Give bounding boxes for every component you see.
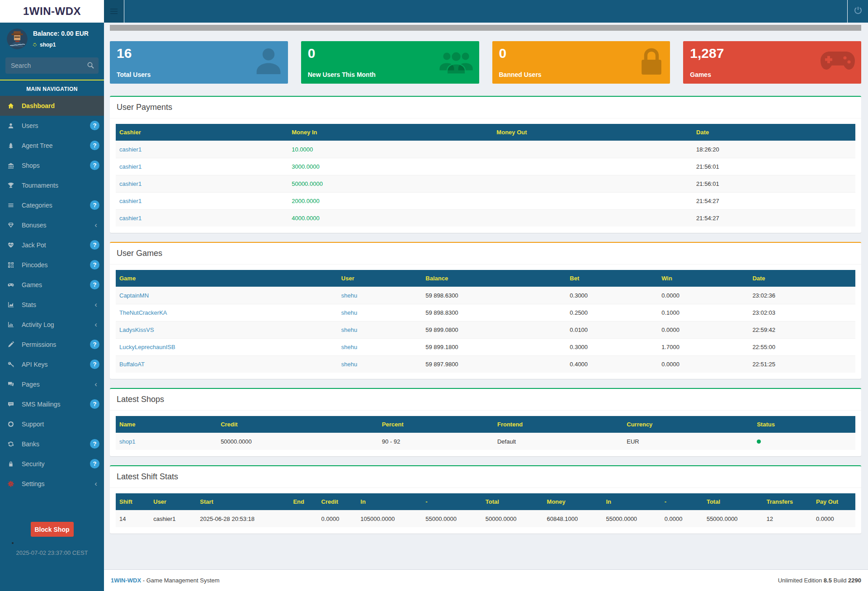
sidebar-item-bonuses[interactable]: Bonuses ‹: [0, 215, 104, 235]
sidebar-item-banks[interactable]: Banks ?: [0, 434, 104, 454]
help-badge[interactable]: ?: [90, 121, 99, 130]
search-input[interactable]: [5, 57, 99, 74]
chevron-left-icon: ‹: [94, 480, 97, 487]
user-link[interactable]: shehu: [341, 344, 357, 350]
latest-shift-stats-table: Shift User Start End Credit In - Total M…: [116, 493, 855, 527]
sidebar-item-label: Users: [22, 122, 38, 129]
user-link[interactable]: shehu: [341, 361, 357, 368]
sidebar-item-jack-pot[interactable]: Jack Pot ?: [0, 235, 104, 255]
user-icon: [255, 47, 283, 78]
table-row: 14 cashier1 2025-06-28 20:53:18 0.0000 1…: [116, 511, 855, 528]
logout-button[interactable]: [847, 0, 868, 23]
user-link[interactable]: shehu: [341, 326, 357, 333]
chevron-left-icon: ‹: [94, 301, 97, 308]
help-badge[interactable]: ?: [90, 399, 99, 409]
help-badge[interactable]: ?: [90, 200, 99, 210]
help-badge[interactable]: ?: [90, 439, 99, 449]
lock-icon: [638, 47, 665, 78]
win-cell: 0.0000: [658, 322, 749, 339]
list-bullet: [12, 542, 14, 544]
user-link[interactable]: shehu: [341, 309, 357, 316]
footer-brand-link[interactable]: 1WIN-WDX: [111, 577, 141, 584]
cashier-cell: cashier1: [116, 175, 288, 193]
table-header-row: Shift User Start End Credit In - Total M…: [116, 493, 855, 511]
help-badge[interactable]: ?: [90, 260, 99, 269]
stat-boxes: 16 Total Users 0 New Users This Month 0: [110, 41, 861, 84]
block-shop-button[interactable]: Block Shop: [31, 522, 74, 537]
shop-status-icon: [33, 43, 37, 47]
sidebar-item-users[interactable]: Users ?: [0, 116, 104, 136]
col-user: User: [338, 270, 422, 287]
sidebar-item-label: Agent Tree: [22, 142, 53, 149]
date-cell: 22:59:42: [749, 322, 855, 339]
latest-shops-table: Name Credit Percent Frontend Currency St…: [116, 416, 855, 450]
sidebar-item-settings[interactable]: Settings ‹: [0, 474, 104, 494]
cashier-cell: cashier1: [116, 141, 288, 158]
bet-cell: 0.4000: [566, 356, 658, 373]
tree-icon: [8, 142, 19, 149]
shift-cell: 14: [116, 511, 150, 528]
shop-link[interactable]: shop1: [119, 438, 135, 445]
cashier-cell: cashier1: [116, 158, 288, 175]
sidebar-item-permissions[interactable]: Permissions ?: [0, 335, 104, 355]
sidebar-item-shops[interactable]: Shops ?: [0, 156, 104, 175]
cashier-link[interactable]: cashier1: [119, 163, 142, 170]
cashier-link[interactable]: cashier1: [119, 146, 142, 153]
search-icon[interactable]: [87, 61, 94, 71]
cashier-link[interactable]: cashier1: [119, 215, 142, 222]
sidebar-item-security[interactable]: Security ?: [0, 454, 104, 474]
help-badge[interactable]: ?: [90, 280, 99, 289]
sidebar-item-api-keys[interactable]: API Keys ?: [0, 355, 104, 374]
game-link[interactable]: LuckyLeprechaunISB: [119, 344, 175, 350]
date-cell: 21:56:01: [693, 158, 855, 175]
money-out-cell: [493, 175, 693, 193]
cashier-link[interactable]: cashier1: [119, 198, 142, 204]
panel-title: Latest Shops: [110, 389, 861, 411]
win-cell: 0.1000: [658, 304, 749, 322]
help-badge[interactable]: ?: [90, 459, 99, 468]
sidebar-item-dashboard[interactable]: Dashboard: [0, 96, 104, 116]
top-navbar: [104, 0, 868, 23]
sidebar-item-categories[interactable]: Categories ?: [0, 195, 104, 215]
panel-user-games: User Games Game User Balance Bet Win Dat…: [110, 242, 861, 379]
hamburger-menu-button[interactable]: [104, 0, 124, 23]
panel-title: User Payments: [110, 97, 861, 118]
panel-title: User Games: [110, 243, 861, 265]
game-link[interactable]: TheNutCrackerKA: [119, 309, 167, 316]
game-link[interactable]: CaptainMN: [119, 292, 149, 299]
sidebar-item-support[interactable]: Support: [0, 414, 104, 434]
date-cell: 22:55:00: [749, 339, 855, 356]
date-cell: 18:26:20: [693, 141, 855, 158]
shop-row[interactable]: shop1: [33, 42, 89, 48]
help-badge[interactable]: ?: [90, 340, 99, 349]
col-in: In: [357, 493, 422, 511]
table-row: shop1 50000.0000 90 - 92 Default EUR: [116, 433, 855, 450]
bet-cell: 0.3000: [566, 339, 658, 356]
sidebar-item-pincodes[interactable]: Pincodes ?: [0, 255, 104, 275]
game-link[interactable]: BuffaloAT: [119, 361, 145, 368]
sidebar-item-label: Tournaments: [22, 182, 58, 189]
help-badge[interactable]: ?: [90, 240, 99, 250]
game-link[interactable]: LadysKissVS: [119, 326, 154, 333]
win-cell: 0.0000: [658, 287, 749, 304]
chevron-left-icon: ‹: [94, 221, 97, 229]
money-cell: 60848.1000: [543, 511, 603, 528]
sidebar-item-pages[interactable]: Pages ‹: [0, 374, 104, 394]
balance-cell: 59 898.6300: [422, 287, 566, 304]
help-badge[interactable]: ?: [90, 141, 99, 150]
sidebar-item-games[interactable]: Games ?: [0, 275, 104, 295]
help-badge[interactable]: ?: [90, 161, 99, 170]
sidebar-item-stats[interactable]: Stats ‹: [0, 295, 104, 315]
sidebar-item-activity-log[interactable]: Activity Log ‹: [0, 315, 104, 335]
money-in-cell: 3000.0000: [288, 158, 493, 175]
col-minus-2: -: [661, 493, 703, 511]
minus-cell: 55000.0000: [422, 511, 482, 528]
help-badge[interactable]: ?: [90, 359, 99, 369]
user-link[interactable]: shehu: [341, 292, 357, 299]
sidebar-item-tournaments[interactable]: Tournaments: [0, 175, 104, 195]
sidebar-item-sms-mailings[interactable]: SMS Mailings ?: [0, 394, 104, 414]
table-row: LuckyLeprechaunISB shehu 59 899.1800 0.3…: [116, 339, 855, 356]
cashier-link[interactable]: cashier1: [119, 180, 142, 187]
sidebar-item-agent-tree[interactable]: Agent Tree ?: [0, 136, 104, 156]
col-frontend: Frontend: [494, 416, 623, 433]
